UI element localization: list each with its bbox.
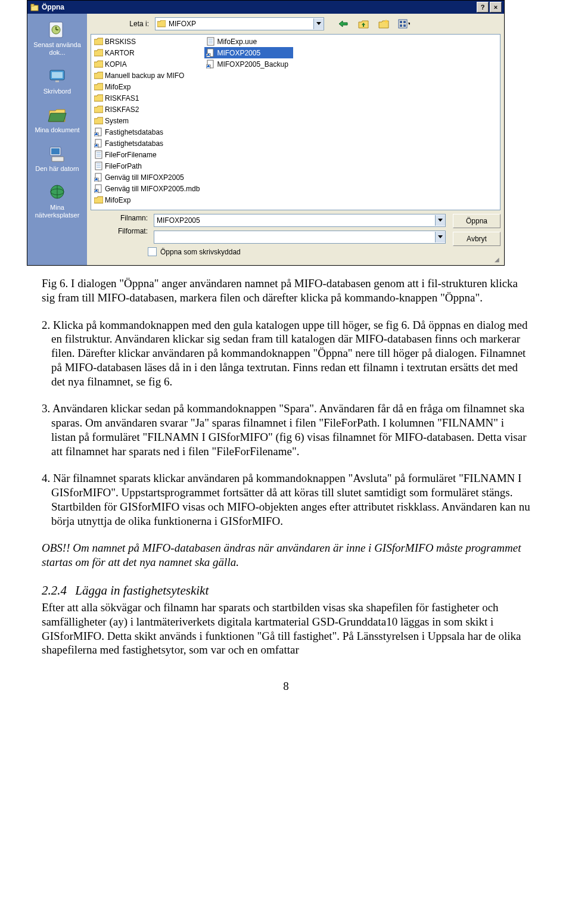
file-item[interactable]: MIFOXP2005_Backup <box>204 58 293 70</box>
dialog-titlebar[interactable]: Öppna ? × <box>27 1 504 14</box>
shortcut-icon <box>206 48 215 58</box>
place-recent[interactable]: Senast använda dok... <box>27 16 87 63</box>
file-item[interactable]: Fastighetsdatabas <box>92 126 204 138</box>
svg-rect-19 <box>403 24 406 27</box>
file-item-label: Fastighetsdatabas <box>105 128 163 136</box>
svg-rect-1 <box>31 4 34 6</box>
svg-rect-7 <box>52 72 63 78</box>
list-item-4: 4. När filnamnet sparats klickar använda… <box>42 471 530 528</box>
file-item-label: System <box>105 117 129 125</box>
file-item-label: FileForFilename <box>105 151 157 159</box>
file-item-label: Fastighetsdatabas <box>105 139 163 148</box>
svg-rect-11 <box>52 157 64 161</box>
file-item[interactable]: FileForFilename <box>92 149 204 160</box>
filename-value: MIFOXP2005 <box>157 216 435 225</box>
look-in-label: Leta i: <box>92 20 155 28</box>
readonly-checkbox[interactable] <box>148 247 157 256</box>
file-item[interactable]: System <box>92 115 204 126</box>
help-button[interactable]: ? <box>477 2 489 13</box>
section-number: 2.2.4 <box>42 583 67 598</box>
file-item-label: Genväg till MIFOXP2005 <box>105 173 184 182</box>
file-item-label: Manuell backup av MIFO <box>105 71 184 80</box>
file-item[interactable]: MIFOXP2005 <box>204 47 293 58</box>
readonly-label: Öppna som skrivskyddad <box>160 248 241 256</box>
file-item[interactable]: Genväg till MIFOXP2005.mdb <box>92 183 204 194</box>
shortcut-icon <box>94 173 103 182</box>
file-item[interactable]: BRSKISS <box>92 36 204 47</box>
app-icon <box>30 2 39 12</box>
folder-icon <box>94 48 103 58</box>
file-item[interactable]: Manuell backup av MIFO <box>92 70 204 81</box>
open-button[interactable]: Öppna <box>453 214 500 228</box>
file-item[interactable]: Fastighetsdatabas <box>92 138 204 149</box>
file-item[interactable]: KARTOR <box>92 47 204 58</box>
figure-caption: Fig 6. I dialogen "Öppna" anger användar… <box>42 276 530 305</box>
file-item[interactable]: MifoExp.uue <box>204 36 293 47</box>
file-item[interactable]: MifoExp <box>92 81 204 92</box>
place-mycomputer[interactable]: Den här datorn <box>27 140 87 179</box>
shortcut-icon <box>206 60 215 69</box>
svg-rect-17 <box>403 21 406 23</box>
look-in-combo[interactable]: MIFOXP <box>155 17 324 30</box>
shortcut-icon <box>94 139 103 148</box>
cancel-button[interactable]: Avbryt <box>453 232 500 246</box>
list-item-3: 3. Användaren klickar sedan på kommandok… <box>42 402 530 458</box>
section-heading: 2.2.4 Lägga in fastighetsyteskikt <box>42 583 530 598</box>
new-folder-icon[interactable] <box>378 18 390 30</box>
file-item-label: MifoExp <box>105 83 130 91</box>
file-item[interactable]: KOPIA <box>92 58 204 70</box>
resize-grip[interactable]: ◢ <box>91 256 500 263</box>
back-icon[interactable] <box>337 18 349 30</box>
open-file-dialog: Öppna ? × Senast använda dok... Skrivbor… <box>27 0 505 266</box>
folder-icon <box>94 71 103 80</box>
filetype-label: Filformat: <box>91 227 148 235</box>
filename-input[interactable]: MIFOXP2005 <box>154 214 446 227</box>
svg-rect-18 <box>400 24 402 27</box>
place-label: Mina nätverksplatser <box>30 204 85 219</box>
file-item[interactable]: FileForPath <box>92 160 204 172</box>
file-item[interactable]: RISKFAS1 <box>92 92 204 104</box>
places-bar: Senast använda dok... Skrivbord Mina dok… <box>27 14 87 265</box>
list-item-2: 2. Klicka på kommandoknappen med den gul… <box>42 318 530 389</box>
page-number: 8 <box>42 680 530 693</box>
filename-label: Filnamn: <box>91 214 148 222</box>
folder-icon <box>94 82 103 92</box>
svg-rect-10 <box>51 148 60 154</box>
chevron-down-icon[interactable] <box>435 215 445 226</box>
close-button[interactable]: × <box>490 2 502 13</box>
shortcut-icon <box>94 127 103 137</box>
folder-icon <box>94 195 103 205</box>
place-label: Den här datorn <box>30 165 85 173</box>
file-item[interactable]: RISKFAS2 <box>92 104 204 115</box>
file-item-label: MifoExp <box>105 196 130 204</box>
folder-icon <box>94 116 103 126</box>
section-title: Lägga in fastighetsyteskikt <box>75 583 209 598</box>
svg-rect-16 <box>400 21 402 23</box>
folder-icon <box>94 94 103 103</box>
file-item-label: RISKFAS2 <box>105 105 139 114</box>
file-item[interactable]: Genväg till MIFOXP2005 <box>92 172 204 183</box>
up-folder-icon[interactable] <box>358 18 369 30</box>
file-item-label: MIFOXP2005 <box>217 49 260 57</box>
file-icon <box>94 150 103 160</box>
file-item-label: FileForPath <box>105 162 142 170</box>
folder-icon <box>94 105 103 114</box>
file-item-label: RISKFAS1 <box>105 94 139 102</box>
file-item-label: KOPIA <box>105 60 127 69</box>
filetype-combo[interactable] <box>154 231 446 244</box>
place-mydocs[interactable]: Mina dokument <box>27 101 87 140</box>
place-label: Senast använda dok... <box>30 41 85 57</box>
views-icon[interactable] <box>398 18 410 30</box>
file-list[interactable]: BRSKISSKARTORKOPIAManuell backup av MIFO… <box>91 34 500 210</box>
chevron-down-icon[interactable] <box>313 18 324 29</box>
shortcut-icon <box>94 184 103 194</box>
file-icon <box>206 37 215 46</box>
place-network[interactable]: Mina nätverksplatser <box>27 179 87 225</box>
file-item[interactable]: MifoExp <box>92 194 204 206</box>
file-item-label: BRSKISS <box>105 38 136 46</box>
place-desktop[interactable]: Skrivbord <box>27 63 87 101</box>
place-label: Skrivbord <box>30 88 85 95</box>
file-item-label: MifoExp.uue <box>217 38 257 46</box>
file-item-label: KARTOR <box>105 49 135 57</box>
chevron-down-icon[interactable] <box>435 232 445 242</box>
